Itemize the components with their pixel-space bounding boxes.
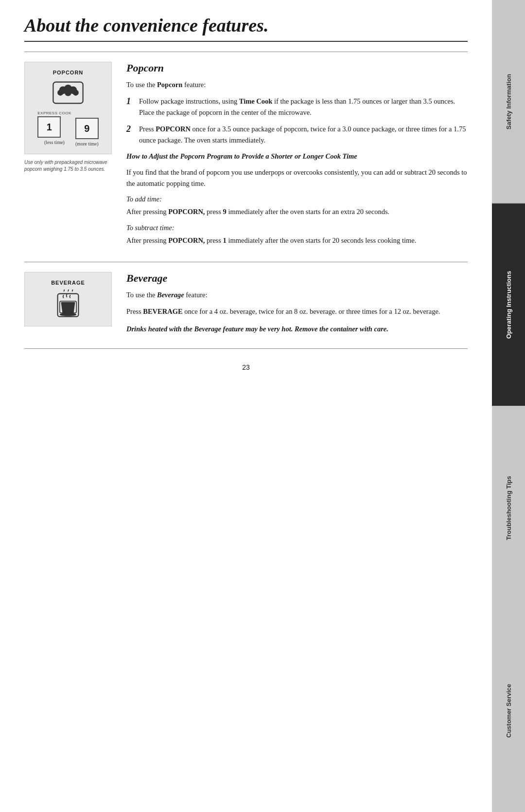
bottom-divider — [24, 348, 468, 349]
popcorn-section: POPCORN EXP — [24, 62, 468, 252]
subtract-time-label: To subtract time: — [126, 224, 468, 232]
beverage-warning: Drinks heated with the Beverage feature … — [126, 324, 468, 335]
beverage-content: Beverage To use the Beverage feature: Pr… — [126, 272, 468, 339]
step-2-number: 2 — [126, 124, 135, 145]
popcorn-intro: To use the Popcorn feature: — [126, 79, 468, 90]
add-time-label: To add time: — [126, 195, 468, 203]
button9-below-label: (more time) — [75, 141, 99, 146]
beverage-icon-box: BEVERAGE — [24, 272, 112, 326]
step-2-text: Press POPCORN once for a 3.5 ounce packa… — [139, 124, 468, 145]
popcorn-icon-column: POPCORN EXP — [24, 62, 112, 252]
express-cook-label: EXPRESS COOK — [37, 111, 71, 115]
popcorn-icon — [51, 79, 85, 106]
popcorn-button-row: EXPRESS COOK 1 (less time) 9 (more time) — [32, 111, 104, 146]
main-content: About the convenience features. POPCORN — [0, 0, 492, 396]
beverage-icon — [53, 289, 83, 319]
popcorn-step-2: 2 Press POPCORN once for a 3.5 ounce pac… — [126, 124, 468, 145]
adjust-subheading: How to Adjust the Popcorn Program to Pro… — [126, 151, 468, 162]
popcorn-content: Popcorn To use the Popcorn feature: 1 Fo… — [126, 62, 468, 252]
popcorn-icon-label: POPCORN — [32, 70, 104, 75]
key-button-9: 9 — [75, 118, 99, 139]
sidebar-tab-operating[interactable]: Operating Instructions — [492, 203, 525, 406]
page-number: 23 — [24, 363, 468, 371]
popcorn-step-1: 1 Follow package instructions, using Tim… — [126, 96, 468, 118]
sidebar-tab-safety[interactable]: Safety Information — [492, 0, 525, 203]
button-9-column: 9 (more time) — [75, 111, 99, 146]
middle-divider — [24, 262, 468, 262]
adjust-body: If you find that the brand of popcorn yo… — [126, 167, 468, 189]
popcorn-heading: Popcorn — [126, 62, 468, 74]
button-1-column: EXPRESS COOK 1 (less time) — [37, 111, 71, 146]
beverage-icon-column: BEVERAGE — [24, 272, 112, 339]
popcorn-caption: Use only with prepackaged microwave popc… — [24, 159, 112, 173]
beverage-icon-label: BEVERAGE — [32, 280, 104, 286]
sidebar: Safety Information Operating Instruction… — [492, 0, 525, 812]
beverage-section: BEVERAGE — [24, 272, 468, 339]
key-button-1: 1 — [37, 116, 61, 138]
button1-below-label: (less time) — [37, 140, 71, 145]
svg-point-10 — [60, 313, 76, 316]
page-title: About the convenience features. — [24, 15, 468, 42]
beverage-body: Press BEVERAGE once for a 4 oz. beverage… — [126, 306, 468, 317]
add-time-body: After pressing POPCORN, press 9 immediat… — [126, 206, 468, 217]
sidebar-tab-troubleshooting[interactable]: Troubleshooting Tips — [492, 406, 525, 609]
top-divider — [24, 52, 468, 52]
popcorn-icon-box: POPCORN EXP — [24, 62, 112, 154]
subtract-time-body: After pressing POPCORN, press 1 immediat… — [126, 235, 468, 246]
step-1-number: 1 — [126, 96, 135, 118]
sidebar-tab-customer[interactable]: Customer Service — [492, 609, 525, 812]
step-1-text: Follow package instructions, using Time … — [139, 96, 468, 118]
beverage-heading: Beverage — [126, 272, 468, 285]
beverage-intro: To use the Beverage feature: — [126, 289, 468, 300]
